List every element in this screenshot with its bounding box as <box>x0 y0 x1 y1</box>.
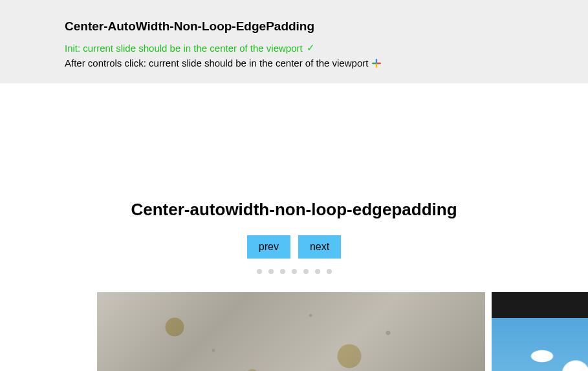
test-result-line: After controls click: current slide shou… <box>65 56 517 70</box>
page-title: Center-AutoWidth-Non-Loop-EdgePadding <box>65 19 517 34</box>
slider-controls: prev next <box>0 235 588 259</box>
pagination-dot[interactable] <box>303 269 309 274</box>
pagination-dot[interactable] <box>268 269 274 274</box>
pagination-dot[interactable] <box>280 269 285 274</box>
header-panel: Center-AutoWidth-Non-Loop-EdgePadding In… <box>0 0 588 83</box>
spinner-icon <box>372 59 381 68</box>
slide[interactable] <box>97 292 485 371</box>
prev-button[interactable]: prev <box>247 235 290 259</box>
slider-track[interactable] <box>97 292 588 371</box>
pagination-dot[interactable] <box>257 269 262 274</box>
header-inner: Center-AutoWidth-Non-Loop-EdgePadding In… <box>65 19 517 70</box>
pagination-dots <box>0 269 588 274</box>
test-result-text: After controls click: current slide shou… <box>65 58 368 69</box>
pagination-dot[interactable] <box>327 269 332 274</box>
section-heading: Center-autowidth-non-loop-edgepadding <box>0 200 588 220</box>
slide[interactable] <box>492 292 588 371</box>
pagination-dot[interactable] <box>292 269 297 274</box>
check-icon: ✓ <box>307 42 315 54</box>
test-result-line: Init: current slide should be in the cen… <box>65 40 517 56</box>
test-result-text: Init: current slide should be in the cen… <box>65 43 303 54</box>
slider-viewport <box>0 292 588 371</box>
main-content: Center-autowidth-non-loop-edgepadding pr… <box>0 83 588 371</box>
pagination-dot[interactable] <box>315 269 320 274</box>
next-button[interactable]: next <box>298 235 341 259</box>
